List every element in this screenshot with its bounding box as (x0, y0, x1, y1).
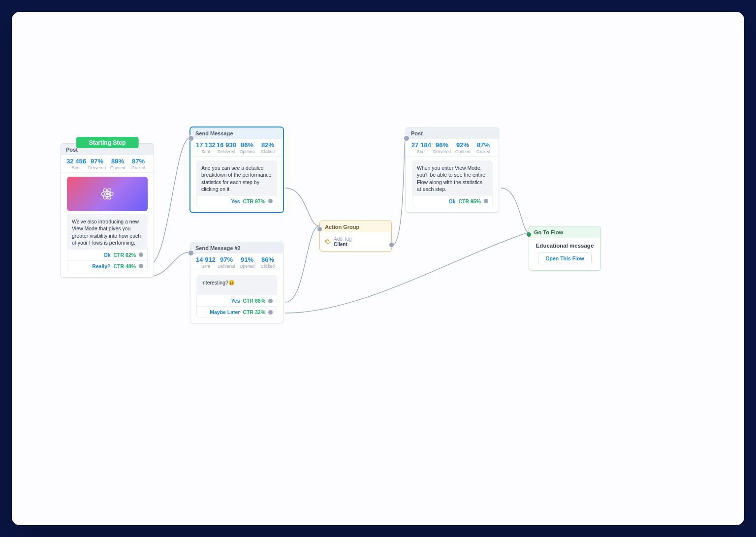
input-port[interactable] (317, 227, 322, 231)
message-text: When you enter View Mode, you'll be able… (412, 160, 493, 196)
stats-row: 27 184Sent 96%Delivered 92%Opened 87%Cli… (406, 139, 499, 157)
node-go-to-flow[interactable]: Go To Flow Educational message Open This… (529, 226, 601, 271)
node-title: Go To Flow (529, 226, 600, 238)
output-port[interactable] (268, 310, 273, 315)
node-title: Send Message (190, 127, 283, 139)
stats-row: 14 912Sent 97%Delivered 91%Opened 86%Cli… (190, 253, 283, 271)
cta-ok[interactable]: Ok CTR 95% (412, 196, 493, 207)
cta-yes[interactable]: Yes CTR 97% (196, 196, 277, 207)
output-port[interactable] (484, 199, 488, 203)
atom-icon (99, 186, 115, 202)
input-port[interactable] (188, 250, 194, 256)
node-post-view-mode[interactable]: Post 27 184Sent 96%Delivered 92%Opened 8… (406, 127, 499, 213)
action-add-tag: Add Tag Client (320, 232, 391, 251)
cta-maybe-later[interactable]: Maybe Later CTR 32% (196, 307, 277, 318)
output-port[interactable] (139, 264, 143, 268)
flow-canvas[interactable]: Starting Step Post 32 456Sent 97%Deliver… (12, 12, 744, 525)
node-action-group[interactable]: Action Group Add Tag Client (319, 221, 392, 252)
node-title: Action Group (320, 221, 391, 232)
input-port[interactable] (404, 135, 410, 141)
goto-flow-name: Educational message (535, 243, 595, 249)
output-port[interactable] (139, 253, 143, 257)
starting-step-badge: Starting Step (76, 137, 139, 148)
cta-really[interactable]: Really? CTR 48% (67, 261, 148, 272)
message-text: We've also introducing a new View Mode t… (67, 214, 148, 250)
node-post-start[interactable]: Starting Step Post 32 456Sent 97%Deliver… (61, 143, 154, 278)
input-port[interactable] (188, 135, 194, 141)
output-port[interactable] (268, 299, 273, 303)
open-this-flow-button[interactable]: Open This Flow (538, 253, 591, 264)
cta-ok[interactable]: Ok CTR 62% (67, 250, 148, 261)
svg-point-0 (106, 193, 108, 195)
node-send-message-2[interactable]: Send Message #2 14 912Sent 97%Delivered … (190, 242, 284, 323)
node-send-message[interactable]: Send Message 17 132Sent 16 930Delivered … (190, 127, 284, 213)
output-port[interactable] (268, 199, 273, 203)
node-title: Send Message #2 (190, 242, 283, 253)
input-port[interactable] (527, 232, 531, 237)
tag-icon (325, 239, 331, 245)
svg-point-4 (326, 240, 327, 241)
gradient-media-card (67, 177, 148, 211)
node-title: Post (406, 127, 499, 139)
stats-row: 17 132Sent 16 930Delivered 86%Opened 82%… (190, 139, 283, 157)
cta-yes[interactable]: Yes CTR 68% (196, 295, 277, 307)
message-text: Interesting?😀 (196, 275, 277, 295)
message-text: And you can see a detailed breakdown of … (196, 160, 277, 196)
stats-row: 32 456Sent 97%Delivered 89%Opened 87%Cli… (61, 155, 154, 173)
output-port[interactable] (389, 243, 394, 247)
